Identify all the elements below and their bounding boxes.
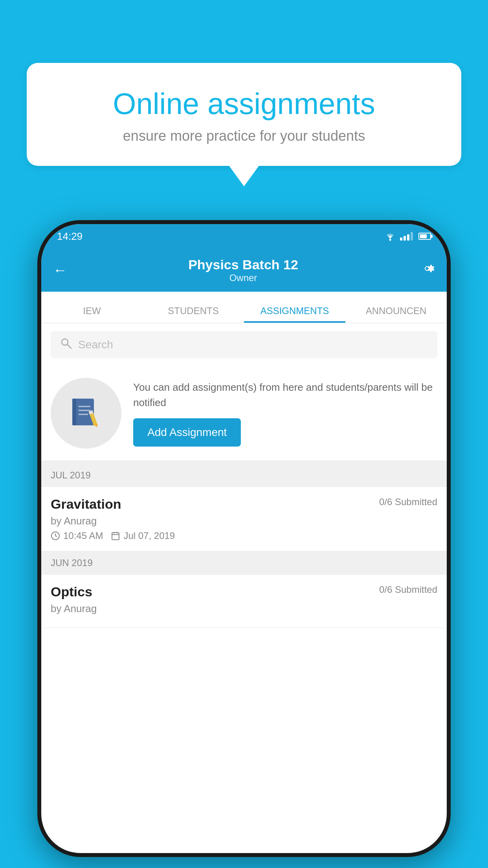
month-header-jul: JUL 2019: [41, 463, 447, 487]
status-icons: [384, 232, 431, 241]
assignment-time: 10:45 AM: [51, 530, 103, 541]
optics-submitted: 0/6 Submitted: [379, 584, 437, 595]
notebook-icon: [68, 395, 104, 431]
header-title: Physics Batch 12: [188, 257, 298, 272]
search-bar[interactable]: Search: [51, 331, 437, 358]
search-icon: [60, 337, 72, 352]
assignment-date: Jul 07, 2019: [111, 530, 175, 541]
tab-students[interactable]: STUDENTS: [143, 305, 244, 323]
signal-icon: [400, 232, 413, 241]
month-header-jun: JUN 2019: [41, 551, 447, 575]
svg-rect-12: [112, 533, 119, 540]
bubble-subtitle: ensure more practice for your students: [54, 128, 434, 144]
svg-point-0: [389, 239, 391, 241]
assignment-by: by Anurag: [51, 515, 437, 527]
calendar-icon: [111, 531, 120, 541]
assignment-meta: 10:45 AM Jul 07, 2019: [51, 530, 437, 541]
app-header: ← Physics Batch 12 Owner: [41, 248, 447, 292]
status-time: 14:29: [57, 230, 83, 243]
promo-icon-circle: [51, 378, 121, 449]
svg-rect-4: [72, 399, 76, 425]
tabs-bar: IEW STUDENTS ASSIGNMENTS ANNOUNCEN: [41, 292, 447, 323]
assignment-item-optics[interactable]: Optics 0/6 Submitted by Anurag: [41, 575, 447, 628]
back-button[interactable]: ←: [53, 262, 67, 278]
speech-bubble: Online assignments ensure more practice …: [27, 63, 461, 166]
assignment-submitted: 0/6 Submitted: [379, 497, 437, 508]
tab-announcements[interactable]: ANNOUNCEN: [345, 305, 447, 323]
promo-text: You can add assignment(s) from here and …: [133, 380, 437, 410]
battery-icon: [418, 233, 431, 240]
search-container: Search: [41, 323, 447, 366]
phone-frame: 14:29: [37, 220, 451, 857]
optics-name: Optics: [51, 584, 92, 600]
settings-button[interactable]: [419, 261, 435, 280]
assignment-name: Gravitation: [51, 497, 121, 512]
assignment-top: Gravitation 0/6 Submitted: [51, 497, 437, 512]
bubble-title: Online assignments: [54, 86, 434, 121]
wifi-icon: [384, 232, 396, 241]
add-assignment-button[interactable]: Add Assignment: [133, 418, 241, 447]
assignment-item-gravitation[interactable]: Gravitation 0/6 Submitted by Anurag 10:4…: [41, 487, 447, 551]
header-subtitle: Owner: [188, 272, 298, 283]
promo-content: You can add assignment(s) from here and …: [133, 380, 437, 447]
assignment-top-optics: Optics 0/6 Submitted: [51, 584, 437, 600]
tab-assignments[interactable]: ASSIGNMENTS: [244, 305, 345, 323]
speech-bubble-container: Online assignments ensure more practice …: [27, 63, 461, 166]
phone-screen: 14:29: [41, 224, 447, 853]
status-bar: 14:29: [41, 224, 447, 248]
search-placeholder: Search: [78, 338, 113, 351]
tab-iew[interactable]: IEW: [41, 305, 143, 323]
clock-icon: [51, 531, 60, 541]
svg-line-2: [67, 344, 71, 348]
promo-section: You can add assignment(s) from here and …: [41, 366, 447, 463]
header-title-area: Physics Batch 12 Owner: [188, 257, 298, 283]
optics-by: by Anurag: [51, 603, 437, 615]
